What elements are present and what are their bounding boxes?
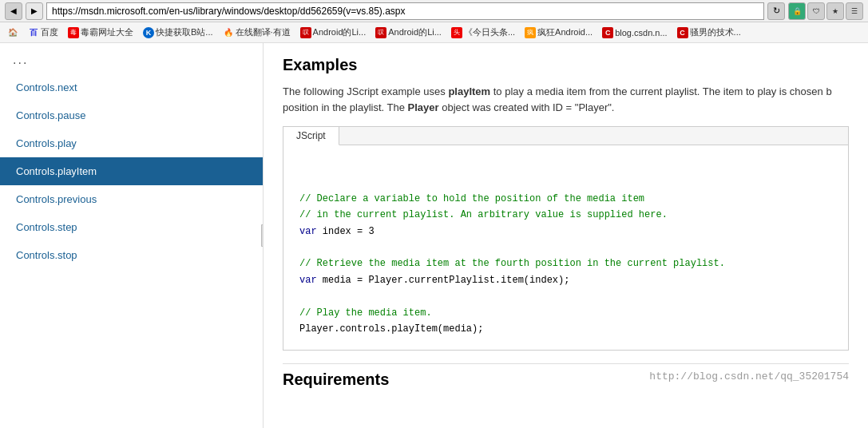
sidebar-item-stop[interactable]: Controls.stop <box>0 241 263 269</box>
code-block: // Declare a variable to hold the positi… <box>283 145 848 350</box>
bookmark-android2-label: Android的Li... <box>388 26 442 38</box>
bookmark-android1[interactable]: 叹 Android的Li... <box>298 26 369 39</box>
bookmark-blue-k-label: 快捷获取B站... <box>156 26 213 38</box>
requirements-title: Requirements <box>283 371 389 389</box>
browser-action-2[interactable]: 🛡 <box>807 2 825 20</box>
bookmark-csdn2[interactable]: C 骚男的技术... <box>675 26 743 39</box>
code-line-playitem: Player.controls.playItem(media); <box>299 321 832 337</box>
toutiao-icon: 头 <box>451 27 462 38</box>
bookmark-toutiao-label: 《今日头条... <box>464 26 515 38</box>
crazy-icon: 疯 <box>525 27 536 38</box>
bookmark-csdn1-label: blog.csdn.n... <box>615 28 667 38</box>
intro-bold-2: Player <box>408 101 439 113</box>
browser-action-1[interactable]: 🔒 <box>788 2 806 20</box>
sidebar-item-next[interactable]: Controls.next <box>0 73 263 101</box>
code-line-comment-1: // Declare a variable to hold the positi… <box>299 191 832 207</box>
watermark-text: http://blog.csdn.net/qq_35201754 <box>649 371 849 382</box>
forward-button[interactable]: ▶ <box>26 2 43 20</box>
code-line-empty-4 <box>299 288 832 304</box>
fire-icon: 🔥 <box>223 27 234 38</box>
code-line-comment-2: // in the current playlist. An arbitrary… <box>299 207 832 223</box>
browser-action-3[interactable]: ★ <box>826 2 844 20</box>
code-tab-container: JScript // Declare a variable to hold th… <box>283 126 849 351</box>
bookmark-crazy-label: 疯狂Android... <box>537 26 593 38</box>
sidebar-collapse-button[interactable]: ◀ <box>261 224 264 247</box>
bookmark-fire[interactable]: 🔥 在线翻译·有道 <box>220 26 293 39</box>
bookmark-kmxwl-label: 毒霸网址大全 <box>81 26 133 38</box>
sidebar-item-play[interactable]: Controls.play <box>0 129 263 157</box>
home-icon: 🏠 <box>7 27 18 38</box>
page-title: Examples <box>283 56 849 74</box>
bookmark-toutiao[interactable]: 头 《今日头条... <box>449 26 517 39</box>
baidu-icon: 百 <box>28 27 39 38</box>
sidebar-item-pause[interactable]: Controls.pause <box>0 101 263 129</box>
bookmark-kmxwl[interactable]: 毒 毒霸网址大全 <box>65 26 136 39</box>
bookmark-baidu[interactable]: 百 百度 <box>26 26 61 39</box>
csdn1-icon: C <box>602 27 613 38</box>
bookmarks-bar: 🏠 百 百度 毒 毒霸网址大全 K 快捷获取B站... 🔥 在线翻译·有道 叹 … <box>0 22 868 43</box>
requirements-section: Requirements http://blog.csdn.net/qq_352… <box>283 363 849 389</box>
android1-icon: 叹 <box>300 27 311 38</box>
bookmark-crazy[interactable]: 疯 疯狂Android... <box>522 26 595 39</box>
bookmark-csdn1[interactable]: C blog.csdn.n... <box>600 26 669 39</box>
bookmark-baidu-label: 百度 <box>41 26 58 38</box>
code-line-empty-3 <box>299 240 832 256</box>
browser-toolbar: ◀ ▶ ↻ 🔒 🛡 ★ ☰ <box>0 0 868 22</box>
jscript-tab[interactable]: JScript <box>283 127 339 145</box>
browser-action-4[interactable]: ☰ <box>846 2 863 20</box>
code-line-comment-4: // Play the media item. <box>299 305 832 321</box>
blue-k-icon: K <box>143 27 154 38</box>
intro-bold-1: playItem <box>448 85 490 97</box>
back-button[interactable]: ◀ <box>5 2 22 20</box>
address-bar[interactable] <box>46 2 764 20</box>
bookmark-android2[interactable]: 叹 Android的Li... <box>373 26 444 39</box>
main-layout: ... Controls.next Controls.pause Control… <box>0 43 868 428</box>
sidebar-ellipsis: ... <box>0 50 263 73</box>
code-tab-header: JScript <box>283 127 848 145</box>
code-line-var-media: var media = Player.currentPlaylist.item(… <box>299 272 832 288</box>
refresh-button[interactable]: ↻ <box>767 2 785 20</box>
intro-text-2: to play a media item from the current pl… <box>490 85 832 97</box>
kmxwl-icon: 毒 <box>68 27 79 38</box>
csdn2-icon: C <box>677 27 688 38</box>
intro-text-4: object was created with ID = "Player". <box>439 101 615 113</box>
bookmark-csdn2-label: 骚男的技术... <box>690 26 741 38</box>
intro-text-3: position in the playlist. The <box>283 101 408 113</box>
bookmark-android1-label: Android的Li... <box>313 26 367 38</box>
android2-icon: 叹 <box>375 27 386 38</box>
sidebar-item-playitem[interactable]: Controls.playItem <box>0 157 263 185</box>
bookmark-fire-label: 在线翻译·有道 <box>236 26 291 38</box>
sidebar-item-step[interactable]: Controls.step <box>0 213 263 241</box>
code-line-empty-1 <box>299 158 832 174</box>
intro-paragraph: The following JScript example uses playI… <box>283 84 849 115</box>
code-line-comment-3: // Retrieve the media item at the fourth… <box>299 256 832 271</box>
code-line-empty-2 <box>299 174 832 190</box>
bookmark-home[interactable]: 🏠 <box>5 26 21 39</box>
sidebar: ... Controls.next Controls.pause Control… <box>0 43 264 428</box>
content-area: Examples The following JScript example u… <box>264 43 868 428</box>
intro-text-1: The following JScript example uses <box>283 85 448 97</box>
sidebar-item-previous[interactable]: Controls.previous <box>0 185 263 213</box>
bookmark-blue-k[interactable]: K 快捷获取B站... <box>141 26 216 39</box>
code-line-var-index: var index = 3 <box>299 224 832 240</box>
